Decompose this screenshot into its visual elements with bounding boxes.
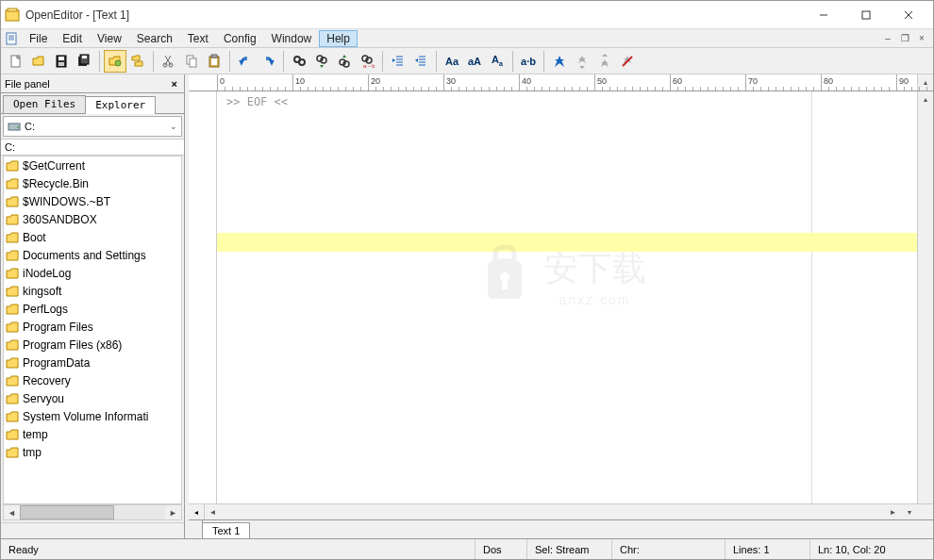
save-all-button[interactable]	[73, 50, 95, 73]
folder-item[interactable]: Program Files	[4, 318, 181, 336]
menu-doc-icon	[5, 32, 18, 45]
app-icon	[5, 8, 20, 23]
find-prev-button[interactable]	[333, 50, 356, 73]
folder-item[interactable]: PerfLogs	[4, 300, 181, 318]
menu-text[interactable]: Text	[180, 30, 216, 47]
indent-button[interactable]	[387, 50, 409, 73]
folder-item[interactable]: temp	[4, 425, 181, 443]
folder-item[interactable]: Boot	[4, 228, 181, 246]
folder-item[interactable]: iNodeLog	[4, 264, 181, 282]
collapse-icon[interactable]: ◂	[189, 504, 205, 519]
document-tab[interactable]: Text 1	[202, 522, 250, 538]
folder-item[interactable]: Servyou	[4, 389, 181, 407]
tab-explorer[interactable]: Explorer	[85, 96, 156, 114]
menu-file[interactable]: File	[22, 30, 55, 47]
folder-list[interactable]: $GetCurrent$Recycle.Bin$WINDOWS.~BT360SA…	[3, 156, 182, 504]
minimize-button[interactable]	[802, 2, 844, 28]
folder-name: Program Files	[23, 321, 93, 334]
folder-item[interactable]: kingsoft	[4, 282, 181, 300]
mdi-minimize[interactable]: –	[880, 32, 895, 45]
folder-item[interactable]: System Volume Informati	[4, 407, 181, 425]
replace-button[interactable]: a→b	[356, 50, 378, 73]
folder-item[interactable]: 360SANDBOX	[4, 210, 181, 228]
menu-config[interactable]: Config	[216, 30, 264, 47]
status-ready: Ready	[1, 539, 475, 559]
mdi-restore[interactable]: ❐	[897, 32, 912, 45]
undo-button[interactable]	[234, 50, 257, 73]
bookmark-button[interactable]	[548, 50, 571, 73]
cut-button[interactable]	[158, 50, 180, 73]
file-panel-close[interactable]: ×	[169, 78, 180, 90]
uppercase-button[interactable]: Aa	[441, 50, 463, 73]
bookmark-clear-button[interactable]	[616, 50, 639, 73]
status-lines: Lines: 1	[726, 539, 810, 559]
paste-button[interactable]	[203, 50, 225, 73]
svg-rect-6	[7, 33, 16, 44]
svg-point-46	[17, 126, 19, 128]
app-window: OpenEditor - [Text 1] File Edit View Sea…	[0, 0, 934, 560]
scroll-up-arrow[interactable]: ▴	[918, 91, 933, 107]
bookmark-next-button[interactable]	[571, 50, 593, 73]
scroll-left-icon[interactable]: ◄	[4, 508, 20, 518]
folder-icon	[6, 393, 19, 404]
folder-item[interactable]: Recovery	[4, 371, 181, 389]
menu-window[interactable]: Window	[264, 30, 320, 47]
folder-item[interactable]: Program Files (x86)	[4, 336, 181, 354]
copy-button[interactable]	[180, 50, 203, 73]
svg-rect-12	[58, 57, 64, 60]
open-file-button[interactable]	[27, 50, 50, 73]
folder-item[interactable]: $GetCurrent	[4, 156, 181, 174]
vertical-scrollbar[interactable]: ▴	[917, 91, 933, 503]
folder-tree-button[interactable]	[126, 50, 149, 73]
path-display: C:	[1, 139, 184, 156]
word-button[interactable]: a·b	[517, 50, 540, 73]
save-button[interactable]	[50, 50, 73, 73]
scroll-right-icon[interactable]: ►	[165, 508, 181, 518]
svg-rect-26	[211, 58, 217, 65]
mdi-close[interactable]: ×	[914, 32, 929, 45]
editor[interactable]: >> EOF << ▴ 安下载anxz.com	[189, 91, 933, 503]
folder-panel-button[interactable]	[104, 50, 126, 73]
scroll-right-arrow[interactable]: ►	[885, 504, 901, 519]
folder-item[interactable]: $WINDOWS.~BT	[4, 192, 181, 210]
folder-item[interactable]: ProgramData	[4, 354, 181, 371]
folder-item[interactable]: $Recycle.Bin	[4, 174, 181, 192]
outdent-button[interactable]	[409, 50, 432, 73]
right-margin	[811, 91, 812, 503]
folder-name: Program Files (x86)	[23, 338, 122, 352]
menu-search[interactable]: Search	[129, 30, 180, 47]
folder-name: ProgramData	[23, 356, 90, 370]
window-title: OpenEditor - [Text 1]	[25, 8, 802, 22]
togglecase-button[interactable]: Aa	[486, 50, 509, 73]
svg-rect-23	[190, 58, 196, 67]
toolbar: a→b Aa aA Aa a·b	[1, 48, 933, 74]
folder-icon	[6, 214, 19, 225]
find-button[interactable]	[288, 50, 310, 73]
svg-point-28	[299, 59, 305, 65]
bookmark-prev-button[interactable]	[593, 50, 616, 73]
folder-name: tmp	[23, 446, 42, 459]
svg-rect-47	[488, 261, 522, 299]
folder-item[interactable]: tmp	[4, 443, 181, 461]
folder-item[interactable]: Documents and Settings	[4, 246, 181, 264]
lowercase-button[interactable]: aA	[463, 50, 486, 73]
folder-icon	[6, 447, 19, 458]
new-file-button[interactable]	[5, 50, 27, 73]
folder-name: $WINDOWS.~BT	[23, 195, 110, 208]
menubar: File Edit View Search Text Config Window…	[1, 29, 933, 48]
menu-view[interactable]: View	[90, 30, 129, 47]
find-next-button[interactable]	[310, 50, 333, 73]
folder-hscroll[interactable]: ◄ ►	[3, 504, 182, 520]
scroll-left-arrow[interactable]: ◄	[205, 504, 221, 519]
menu-edit[interactable]: Edit	[55, 30, 90, 47]
close-button[interactable]	[887, 2, 929, 28]
tab-open-files[interactable]: Open Files	[3, 95, 86, 113]
folder-icon	[6, 160, 19, 172]
redo-button[interactable]	[257, 50, 279, 73]
horizontal-scrollbar[interactable]: ◂ ◄ ► ▾	[189, 503, 933, 519]
drive-selector[interactable]: C: ⌄	[3, 116, 182, 137]
svg-rect-16	[82, 56, 87, 58]
menu-help[interactable]: Help	[319, 30, 358, 47]
scroll-down-arrow[interactable]: ▾	[901, 504, 917, 519]
maximize-button[interactable]	[844, 2, 887, 28]
